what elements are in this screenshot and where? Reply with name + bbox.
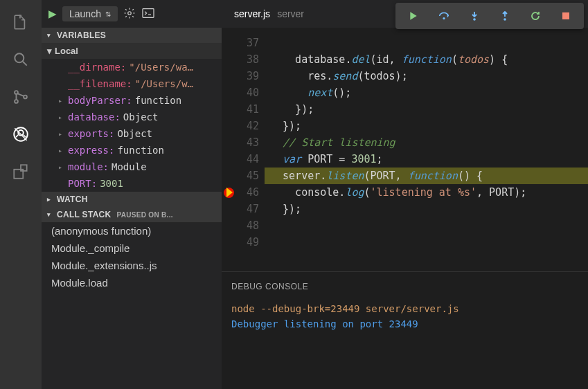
activity-bar: [0, 0, 42, 389]
svg-rect-8: [21, 165, 27, 171]
variable-name: __filename:: [68, 78, 132, 89]
debug-console-title: DEBUG CONSOLE: [231, 279, 578, 294]
variable-value: Object: [117, 128, 152, 139]
debug-console-panel[interactable]: DEBUG CONSOLE node --debug-brk=23449 ser…: [222, 271, 588, 389]
explorer-icon[interactable]: [11, 12, 30, 32]
restart-button[interactable]: [520, 6, 551, 26]
stop-button[interactable]: [551, 6, 581, 26]
active-filename[interactable]: server.js: [234, 8, 270, 19]
callstack-frame[interactable]: Module._compile: [42, 239, 222, 257]
svg-rect-14: [562, 12, 569, 19]
local-scope[interactable]: ▾Local: [42, 43, 222, 59]
debug-icon[interactable]: [11, 125, 30, 144]
expand-icon[interactable]: ▸: [58, 147, 65, 154]
variable-value: "/Users/wa…: [129, 62, 193, 73]
variable-value: function: [135, 95, 181, 106]
variable-value: Object: [123, 111, 159, 123]
callstack-section[interactable]: ▾CALL STACKPAUSED ON B...: [42, 207, 222, 222]
chevron-down-icon: ▾: [47, 46, 52, 56]
step-out-button[interactable]: [490, 6, 520, 26]
paused-badge: PAUSED ON B...: [117, 211, 173, 219]
variable-value: function: [117, 145, 163, 156]
chevron-right-icon: ▸: [47, 196, 54, 203]
svg-point-13: [504, 18, 506, 21]
variable-row[interactable]: ▸database: Object: [42, 109, 222, 125]
svg-point-0: [15, 53, 24, 62]
editor-area: server.js server 37383940414243444546474…: [222, 0, 588, 389]
continue-button[interactable]: [398, 6, 429, 26]
callstack-frame[interactable]: (anonymous function): [42, 222, 222, 239]
variable-name: PORT:: [68, 178, 97, 189]
svg-point-9: [128, 11, 132, 15]
search-icon[interactable]: [11, 50, 30, 69]
debug-sidebar: ▶ Launch⇅ ▾VARIABLES ▾Local __dirname: "…: [42, 0, 222, 389]
console-line: Debugger listening on port 23449: [231, 316, 578, 332]
variable-name: module:: [68, 161, 109, 172]
variable-name: express:: [68, 145, 114, 156]
chevron-down-icon: ▾: [47, 32, 54, 39]
debug-toolbar-head: ▶ Launch⇅: [42, 0, 222, 28]
variable-row[interactable]: __filename: "/Users/w…: [42, 75, 222, 92]
start-debug-icon[interactable]: ▶: [48, 8, 57, 20]
variable-row[interactable]: ▸module: Module: [42, 159, 222, 175]
variable-name: __dirname:: [68, 62, 126, 73]
svg-rect-10: [143, 8, 154, 17]
launch-config-select[interactable]: Launch⇅: [62, 6, 118, 21]
variable-name: bodyParser:: [68, 95, 132, 106]
variable-row[interactable]: ▸exports: Object: [42, 125, 222, 142]
code-editor[interactable]: 37383940414243444546474849 database.del(…: [222, 28, 588, 271]
variable-row[interactable]: ▸express: function: [42, 142, 222, 159]
code-body[interactable]: database.del(id, function(todos) { res.s…: [265, 35, 588, 271]
variable-value: Module: [112, 161, 147, 172]
svg-point-3: [15, 100, 18, 103]
variable-row[interactable]: ▸bodyParser: function: [42, 92, 222, 109]
debug-action-toolbar: [395, 3, 584, 29]
callstack-frame[interactable]: Module.load: [42, 274, 222, 291]
variable-row[interactable]: PORT: 3001: [42, 175, 222, 192]
svg-point-4: [24, 96, 27, 99]
expand-icon[interactable]: ▸: [58, 114, 65, 121]
variable-name: exports:: [68, 128, 114, 139]
variable-row[interactable]: __dirname: "/Users/wa…: [42, 59, 222, 75]
execution-pointer-icon: [226, 188, 233, 197]
breakpoint-gutter[interactable]: [222, 35, 237, 271]
watch-section[interactable]: ▸WATCH: [42, 192, 222, 207]
extensions-icon[interactable]: [11, 162, 30, 181]
console-line: node --debug-brk=23449 server/server.js: [231, 301, 578, 316]
svg-point-12: [473, 18, 476, 21]
svg-line-1: [23, 62, 27, 66]
settings-icon[interactable]: [123, 7, 136, 21]
expand-icon[interactable]: ▸: [58, 130, 65, 138]
chevron-down-icon: ▾: [47, 211, 54, 218]
expand-icon[interactable]: ▸: [58, 163, 65, 171]
variable-value: "/Users/w…: [135, 78, 193, 89]
active-folder: server: [277, 8, 304, 19]
variables-section[interactable]: ▾VARIABLES: [42, 28, 222, 43]
expand-icon[interactable]: ▸: [58, 97, 65, 105]
debug-console-icon[interactable]: [141, 8, 155, 21]
variable-value: 3001: [100, 178, 123, 189]
git-icon[interactable]: [11, 87, 30, 107]
variable-name: database:: [68, 111, 121, 123]
callstack-frame[interactable]: Module._extensions..js: [42, 257, 222, 274]
step-over-button[interactable]: [429, 6, 459, 26]
step-into-button[interactable]: [459, 6, 490, 26]
svg-point-11: [443, 17, 445, 19]
line-number-gutter: 37383940414243444546474849: [237, 35, 265, 271]
